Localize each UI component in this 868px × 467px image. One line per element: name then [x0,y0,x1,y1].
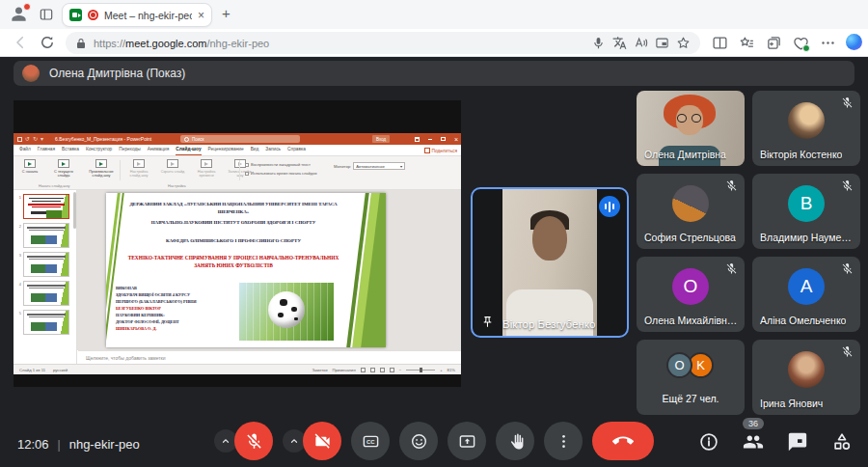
ppt-notes-area: Щелкните, чтобы добавить заметки [78,350,461,364]
ppt-checkbox-narration: Воспроизвести закадровый текст [245,162,317,167]
back-icon[interactable] [12,34,29,51]
tab-close-icon[interactable]: × [198,10,204,21]
notes-toggle: Заметки [312,368,327,372]
shared-screen[interactable]: ↺ ↻ ▾ 6.Безгубенко_М_Презентация - Power… [14,100,461,387]
copilot-icon[interactable] [846,34,862,50]
more-options-button[interactable] [544,422,583,460]
slide-author-block: ВИКОНАВ ЗДОБУВАЧ ВИЩОЇ ОСВІТИ 4 КУРСУ ПЕ… [116,285,233,333]
zoom-out-icon: − [399,368,401,372]
participant-name: Вікторія Костенко [760,149,842,160]
profile-alert-dot [23,3,31,11]
rehearse-icon [201,159,212,168]
ppt-ribbon: С начала С текущего слайда Произвольное … [14,156,461,190]
picture-in-picture-icon[interactable] [655,36,669,50]
ppt-tab-record: Запись [265,148,281,152]
ppt-tab-transitions: Переходы [119,148,141,152]
tab-recording-icon [88,10,98,20]
mic-off-button[interactable] [234,422,273,460]
pinned-speaker-tile[interactable]: Віктор Безгубенко [471,187,629,338]
translate-icon[interactable] [612,36,627,50]
camera-off-button[interactable] [303,422,341,460]
browser-profile-button[interactable] [10,5,28,23]
split-screen-icon[interactable] [712,35,728,51]
ppt-window-controls: × [415,133,458,145]
redo-icon: ↻ [33,136,38,142]
participant-name: Ірина Янович [760,398,823,409]
ppt-tab-insert: Вставка [62,148,79,152]
ppt-rehearse-button: Настройка времени [192,159,221,178]
ppt-window-title: 6.Безгубенко_М_Презентация - PowerPoint [55,136,151,142]
refresh-icon[interactable] [39,34,56,51]
ppt-monitor-dropdown: Автоматически▾ [353,162,405,170]
new-tab-button[interactable]: + [222,5,231,21]
browser-nav-bar: https://meet.google.com/nhg-ekir-peo [0,29,868,57]
divider: | [58,438,61,452]
participant-tile[interactable]: A Аліна Омельченко [752,257,860,332]
url-bar[interactable]: https://meet.google.com/nhg-ekir-peo [66,32,700,54]
participant-name: Олена Михайлівн… [644,315,737,326]
participant-tile[interactable]: София Стрельцова [637,174,745,249]
participant-tile[interactable]: Олена Дмитрівна [637,91,745,166]
ribbon-display-icon [415,137,420,142]
participant-name: Аліна Омельченко [760,315,846,326]
ppt-ribbon-tabs: Файл Главная Вставка Конструктор Переход… [14,145,461,156]
meet-app: Олена Дмитрівна (Показ) ↺ ↻ ▾ 6.Безгубен… [0,58,868,467]
zoom-level: 81% [448,368,455,372]
checkbox-icon [245,163,249,167]
clock: 12:06 [17,437,49,452]
favorite-star-icon[interactable] [676,36,691,50]
ppt-tab-view: Вид [251,148,259,152]
end-call-button[interactable] [592,422,654,460]
meeting-details-button[interactable] [698,431,719,453]
voice-search-icon[interactable] [591,36,606,50]
participant-name: София Стрельцова [644,232,736,243]
collections-icon[interactable] [766,35,782,51]
participant-tile[interactable]: O Олена Михайлівн… [637,257,745,332]
participants-button[interactable]: 36 [743,431,764,453]
panel-buttons: 36 [698,431,853,453]
participant-letter-avatar: В [788,185,825,222]
save-icon [17,137,22,142]
view-icon [370,368,375,372]
slide-counter: Слайд 1 из 11 [19,368,45,372]
ppt-search-box: Поиск [180,135,300,143]
chat-button[interactable] [787,431,808,453]
view-icon [390,368,394,372]
read-aloud-icon[interactable] [634,36,648,50]
ppt-setup-show-button: Настройка слайд-шоу [124,159,153,178]
ppt-slide: ДЕРЖАВНИЙ ЗАКЛАД «ЛУГАНСЬКИЙ НАЦІОНАЛЬНИ… [106,193,386,347]
ppt-title-bar: ↺ ↻ ▾ 6.Безгубенко_М_Презентация - Power… [14,133,461,145]
raise-hand-button[interactable] [496,422,534,460]
participant-avatar [788,351,825,388]
browser-tab-meet[interactable]: Meet – nhg-ekir-peo × [62,3,212,27]
svg-text:CC: CC [366,438,374,444]
slide-institute-line: НАВЧАЛЬНО-НАУКОВИЙ ІНСТИТУТ ОХОРОНИ ЗДОР… [122,219,345,227]
overflow-participants-tile[interactable]: O K Ещё 27 чел. [637,340,745,415]
participant-tile[interactable]: В Владимир Науме… [752,174,860,249]
workspaces-icon[interactable] [39,7,54,22]
settings-more-icon[interactable] [820,35,836,51]
mic-off-icon [841,345,854,358]
maximize-icon [441,137,446,142]
activities-button[interactable] [831,431,853,453]
comments-toggle: Примечания [333,368,356,372]
zoom-in-icon: + [440,368,442,372]
call-controls: CC [214,422,654,460]
glasses [677,114,687,123]
reactions-button[interactable] [399,422,438,460]
favorites-icon[interactable] [739,35,755,51]
browser-essentials-icon[interactable] [793,35,809,51]
checkbox-icon [245,172,249,176]
mic-off-icon [841,179,854,192]
present-button[interactable] [448,422,486,460]
mic-off-icon [725,262,738,275]
ribbon-separator [120,160,121,180]
captions-button[interactable]: CC [351,422,390,460]
participant-tile[interactable]: Вікторія Костенко [752,91,860,166]
ppt-quick-access: ↺ ↻ ▾ [17,136,43,142]
participant-tile[interactable]: Ірина Янович [752,340,860,415]
minimize-icon [428,139,432,140]
url-text: https://meet.google.com/nhg-ekir-peo [94,38,584,49]
ppt-tab-file: Файл [19,148,31,152]
zoom-slider [406,370,435,371]
